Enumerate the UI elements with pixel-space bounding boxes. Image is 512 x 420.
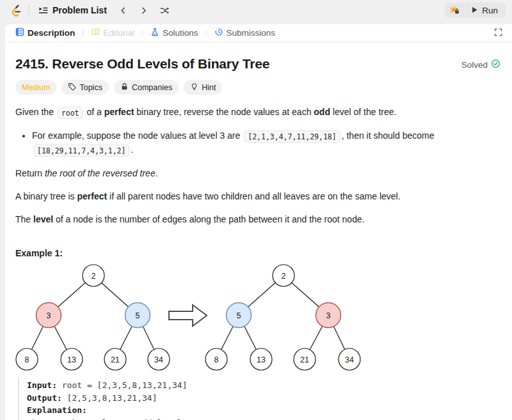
tree-node: 34 xyxy=(148,348,170,370)
tab-solutions-label: Solutions xyxy=(163,28,198,38)
statement-paragraph-1: Given the root of a perfect binary tree,… xyxy=(15,105,500,120)
tab-submissions[interactable]: Submissions xyxy=(212,26,278,40)
topics-button[interactable]: Topics xyxy=(61,80,108,95)
shuffle-icon xyxy=(160,6,170,15)
example-output-line: Output: [2,5,3,8,13,21,34] xyxy=(27,392,500,405)
top-navigation-bar: Problem List xyxy=(0,0,512,20)
description-icon xyxy=(15,27,24,38)
example-1-io-block: Input: root = [2,3,5,8,13,21,34]Output: … xyxy=(18,377,500,420)
tab-divider xyxy=(83,29,83,37)
description-panel: Description Editorial Solutions xyxy=(5,24,512,420)
svg-text:34: 34 xyxy=(154,355,163,364)
next-problem-button[interactable] xyxy=(136,4,151,17)
tab-description-label: Description xyxy=(28,28,75,38)
example-explanation-label: Explanation: xyxy=(27,404,500,417)
svg-text:2: 2 xyxy=(92,272,96,281)
problem-list-label: Problem List xyxy=(52,5,107,15)
leetcode-logo[interactable] xyxy=(9,3,23,17)
random-problem-button[interactable] xyxy=(157,3,173,18)
panel-tab-bar: Description Editorial Solutions xyxy=(5,24,512,42)
tree-node: 2 xyxy=(83,265,104,286)
hint-label: Hint xyxy=(202,83,216,92)
statement-bullet-list: For example, suppose the node values at … xyxy=(15,129,500,157)
tab-divider xyxy=(206,29,207,37)
svg-text:3: 3 xyxy=(326,311,331,320)
expand-panel-button[interactable] xyxy=(492,26,504,40)
previous-problem-button[interactable] xyxy=(116,4,131,17)
badge-row: Medium Topics Companies xyxy=(15,80,500,95)
tree-node: 21 xyxy=(104,348,126,370)
run-button-group: Run xyxy=(445,3,506,18)
topics-label: Topics xyxy=(79,83,102,92)
problem-content: 2415. Reverse Odd Levels of Binary Tree … xyxy=(5,42,512,420)
svg-text:2: 2 xyxy=(282,272,286,281)
chevron-right-icon xyxy=(140,6,148,15)
tab-editorial[interactable]: Editorial xyxy=(88,26,137,40)
example-tree-diagram: 2 3 5 8 13 21 34 2 5 xyxy=(15,263,374,374)
solved-label: Solved xyxy=(461,60,488,70)
run-label: Run xyxy=(482,6,498,15)
run-button[interactable]: Run xyxy=(465,3,506,18)
tab-editorial-label: Editorial xyxy=(103,28,134,38)
problem-list-button[interactable]: Problem List xyxy=(35,3,110,18)
chevron-left-icon xyxy=(119,6,127,15)
statement-paragraph-3: A binary tree is perfect if all parent n… xyxy=(15,190,500,203)
tree-after-nodes: 2 5 3 8 13 21 34 xyxy=(205,265,360,370)
debug-button[interactable] xyxy=(445,3,464,18)
svg-text:13: 13 xyxy=(257,355,266,364)
submissions-history-icon xyxy=(214,27,223,38)
svg-text:21: 21 xyxy=(300,355,309,364)
tree-node: 13 xyxy=(61,348,83,370)
tab-submissions-label: Submissions xyxy=(227,28,276,38)
check-circle-icon xyxy=(491,59,500,70)
svg-text:8: 8 xyxy=(25,355,29,364)
companies-button[interactable]: Companies xyxy=(114,80,179,95)
companies-label: Companies xyxy=(132,83,172,92)
tree-node-highlight-red: 3 xyxy=(316,303,341,328)
svg-text:34: 34 xyxy=(345,355,354,364)
lightbulb-icon xyxy=(190,82,198,93)
example-explanation-line-1: The tree has only one odd level. xyxy=(27,417,500,420)
tree-node-highlight-blue: 5 xyxy=(227,303,252,328)
play-icon xyxy=(471,6,478,15)
hint-button[interactable]: Hint xyxy=(184,80,222,95)
statement-paragraph-4: The level of a node is the number of edg… xyxy=(15,213,500,226)
difficulty-badge[interactable]: Medium xyxy=(15,80,56,95)
svg-text:5: 5 xyxy=(237,311,241,320)
transform-arrow-icon xyxy=(169,305,207,326)
tree-node: 8 xyxy=(16,348,38,370)
editorial-book-icon xyxy=(91,27,100,38)
problem-list-icon xyxy=(38,6,48,15)
tree-node: 2 xyxy=(273,265,294,286)
tree-node: 34 xyxy=(339,348,360,370)
statement-paragraph-2: Return the root of the reversed tree. xyxy=(15,167,500,180)
svg-text:8: 8 xyxy=(214,355,219,364)
solutions-flask-icon xyxy=(150,27,159,38)
tree-node: 8 xyxy=(205,348,227,370)
problem-statement: Given the root of a perfect binary tree,… xyxy=(15,105,500,226)
fullscreen-icon xyxy=(494,28,502,38)
lock-icon xyxy=(120,82,129,93)
statement-bullet-item: For example, suppose the node values at … xyxy=(32,129,500,157)
tree-before-nodes: 2 3 5 8 13 21 34 xyxy=(16,265,170,370)
tree-node: 13 xyxy=(250,348,272,370)
solved-status: Solved xyxy=(461,59,500,70)
topbar-divider xyxy=(29,5,29,15)
tab-description[interactable]: Description xyxy=(13,26,77,40)
tree-node: 21 xyxy=(294,348,316,370)
svg-text:13: 13 xyxy=(67,355,76,364)
svg-text:21: 21 xyxy=(111,355,120,364)
inline-code-root: root xyxy=(58,107,83,119)
tab-divider xyxy=(142,29,143,37)
inline-code-level3-after: [18,29,11,7,4,3,1,2] xyxy=(33,144,129,157)
example-input-line: Input: root = [2,3,5,8,13,21,34] xyxy=(27,379,500,392)
tree-node-highlight-red: 3 xyxy=(36,303,61,328)
debug-locked-icon xyxy=(449,4,460,17)
tree-node-highlight-blue: 5 xyxy=(125,303,150,328)
tag-icon xyxy=(68,82,76,93)
svg-text:3: 3 xyxy=(47,311,51,320)
page-title: 2415. Reverse Odd Levels of Binary Tree xyxy=(15,56,269,72)
svg-text:5: 5 xyxy=(136,311,140,320)
example-1-heading: Example 1: xyxy=(15,248,500,258)
tab-solutions[interactable]: Solutions xyxy=(148,26,201,40)
